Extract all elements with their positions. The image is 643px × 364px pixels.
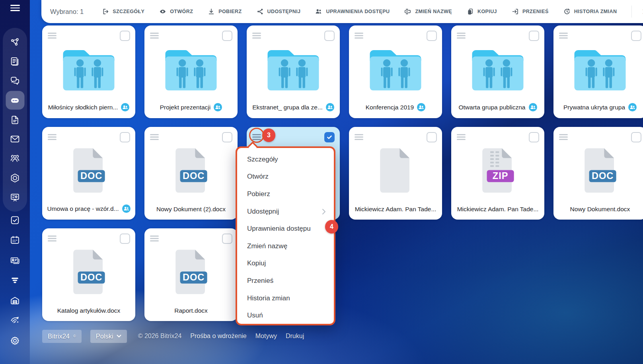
sidebar-item-calendar[interactable] xyxy=(3,230,27,251)
tile-menu-button[interactable] xyxy=(48,31,57,40)
sidebar-item-documents[interactable] xyxy=(3,110,27,130)
tile-checkbox[interactable] xyxy=(631,31,641,41)
tile-menu-button[interactable] xyxy=(559,31,568,40)
folder-tile[interactable]: Projekt prezentacji xyxy=(144,25,238,118)
toolbar-button-share[interactable]: UDOSTĘPNIJ xyxy=(257,8,301,15)
sidebar-item-mail[interactable] xyxy=(3,129,27,149)
toolbar-button-permissions[interactable]: UPRAWNIENIA DOSTĘPU xyxy=(315,8,390,15)
share-icon xyxy=(257,8,264,15)
tile-checkbox[interactable] xyxy=(120,31,130,41)
folder-icon xyxy=(553,44,643,94)
folder-tile[interactable]: Prywatna ukryta grupa xyxy=(553,25,643,118)
footer-link[interactable]: Motywy xyxy=(255,333,277,340)
tile-menu-button[interactable] xyxy=(252,31,261,40)
tile-menu-button[interactable] xyxy=(559,133,568,141)
tile-menu-button[interactable] xyxy=(355,133,363,141)
tile-menu-button[interactable] xyxy=(355,31,363,40)
tile-checkbox[interactable] xyxy=(427,132,437,142)
tile-checkbox[interactable] xyxy=(222,31,232,41)
tile-menu-button[interactable] xyxy=(457,31,466,40)
svg-text:DOC: DOC xyxy=(592,171,614,181)
footer: Bitrix24© Polski © 2026 Bitrix24 Prośba … xyxy=(42,328,304,345)
chevron-down-icon xyxy=(117,335,121,338)
toolbar-button-history[interactable]: HISTORIA ZMIAN xyxy=(563,8,617,15)
tile-checkbox[interactable] xyxy=(120,132,130,142)
file-tile[interactable]: DOCKatalog artykułów.docx xyxy=(42,228,135,321)
folder-tile[interactable]: Ekstranet_ grupa dla ze... xyxy=(247,25,340,118)
main-menu-button[interactable] xyxy=(0,0,30,16)
file-icon xyxy=(349,145,442,195)
context-menu-item[interactable]: Kopiuj xyxy=(237,255,334,273)
folder-tile[interactable]: Otwarta grupa publiczna xyxy=(451,25,544,118)
context-menu-item[interactable]: Uprawnienia dostępu xyxy=(237,220,334,237)
tile-menu-button[interactable] xyxy=(457,133,466,141)
toolbar-button-details[interactable]: SZCZEGÓŁY xyxy=(102,8,144,15)
file-tile[interactable]: DOCRaport.docx xyxy=(144,228,238,321)
footer-link[interactable]: Prośba o wdrożenie xyxy=(190,333,246,340)
tile-name: Raport.docx xyxy=(174,307,208,314)
context-menu-item[interactable]: Zmień nazwę xyxy=(237,237,334,255)
folder-tile[interactable]: Konferencja 2019 xyxy=(349,25,442,118)
tile-checkbox[interactable] xyxy=(324,132,335,142)
people-icon xyxy=(315,8,322,15)
tile-menu-button[interactable] xyxy=(48,234,57,243)
context-menu-item[interactable]: Przenieś xyxy=(237,272,334,290)
drive-icon xyxy=(10,95,20,106)
context-menu-item[interactable]: Otwórz xyxy=(237,168,334,186)
tile-menu-button[interactable] xyxy=(150,234,159,243)
context-menu-item[interactable]: Usuń xyxy=(237,307,334,324)
tile-checkbox[interactable] xyxy=(222,132,232,142)
sidebar-item-news-feed[interactable] xyxy=(3,52,27,71)
context-menu-item[interactable]: Udostępnij xyxy=(237,203,334,220)
tile-menu-button[interactable] xyxy=(48,133,57,141)
sidebar-item-boards[interactable] xyxy=(3,188,27,207)
toolbar-button-open[interactable]: OTWÓRZ xyxy=(159,8,193,15)
selection-toolbar: Wybrano: 1 SZCZEGÓŁYOTWÓRZPOBIERZUDOSTĘP… xyxy=(41,0,643,23)
tile-checkbox[interactable] xyxy=(427,31,437,41)
sidebar-item-crm[interactable] xyxy=(3,250,27,271)
tile-checkbox[interactable] xyxy=(631,132,641,142)
sidebar-item-settings[interactable] xyxy=(3,331,27,351)
toolbar-button-copy[interactable]: KOPIUJ xyxy=(467,8,497,15)
automation-icon xyxy=(10,315,20,326)
sidebar-item-groups[interactable] xyxy=(3,149,27,168)
context-menu-item[interactable]: Szczegóły xyxy=(237,151,334,168)
bitrix24-brand-chip[interactable]: Bitrix24© xyxy=(42,330,82,343)
sidebar-item-drive[interactable] xyxy=(3,91,27,110)
eye-icon xyxy=(159,8,166,15)
sidebar-item-tasks[interactable] xyxy=(3,210,27,230)
sidebar-item-warehouse[interactable] xyxy=(3,290,27,311)
file-tile[interactable]: ZIPMickiewicz Adam. Pan Tade... xyxy=(451,127,544,220)
tile-menu-button[interactable] xyxy=(150,133,159,141)
sidebar-item-sales[interactable] xyxy=(3,271,27,291)
footer-link[interactable]: Drukuj xyxy=(286,333,304,340)
sidebar-item-network[interactable] xyxy=(3,32,27,52)
close-toolbar-button[interactable]: ✕ xyxy=(639,7,643,17)
folder-tile[interactable]: Miłośnicy słodkich piern... xyxy=(42,25,135,118)
sidebar-item-messenger[interactable] xyxy=(3,71,27,91)
tile-checkbox[interactable] xyxy=(222,234,232,244)
svg-text:ZIP: ZIP xyxy=(493,171,509,181)
history-icon xyxy=(563,8,571,15)
tile-checkbox[interactable] xyxy=(529,31,539,41)
toolbar-right: ✕ xyxy=(631,6,643,18)
language-selector[interactable]: Polski xyxy=(90,330,127,343)
sidebar-item-sign[interactable] xyxy=(3,168,27,188)
toolbar-button-rename[interactable]: ZMIEŃ NAZWĘ xyxy=(404,8,452,15)
toolbar-button-move[interactable]: PRZENIEŚ xyxy=(512,8,549,15)
file-tile[interactable]: DOCUmowa o pracę - wzór.d... xyxy=(42,127,135,220)
tile-checkbox[interactable] xyxy=(120,234,130,244)
toolbar-button-download[interactable]: POBIERZ xyxy=(208,8,242,15)
copyright: © 2026 Bitrix24 xyxy=(138,333,182,340)
rename-icon xyxy=(404,8,411,15)
context-menu: SzczegółyOtwórzPobierzUdostępnijUprawnie… xyxy=(236,146,335,325)
context-menu-item[interactable]: Pobierz xyxy=(237,185,334,203)
file-tile[interactable]: DOCNowy Dokument (2).docx xyxy=(144,127,238,220)
tile-menu-button[interactable] xyxy=(150,31,159,40)
sidebar-item-automation[interactable] xyxy=(3,311,27,331)
tile-checkbox[interactable] xyxy=(324,31,335,41)
tile-checkbox[interactable] xyxy=(529,132,539,142)
file-tile[interactable]: DOCNowy Dokument.docx xyxy=(553,127,643,220)
context-menu-item[interactable]: Historia zmian xyxy=(237,290,334,307)
file-tile[interactable]: Mickiewicz Adam. Pan Tade... xyxy=(349,127,442,220)
